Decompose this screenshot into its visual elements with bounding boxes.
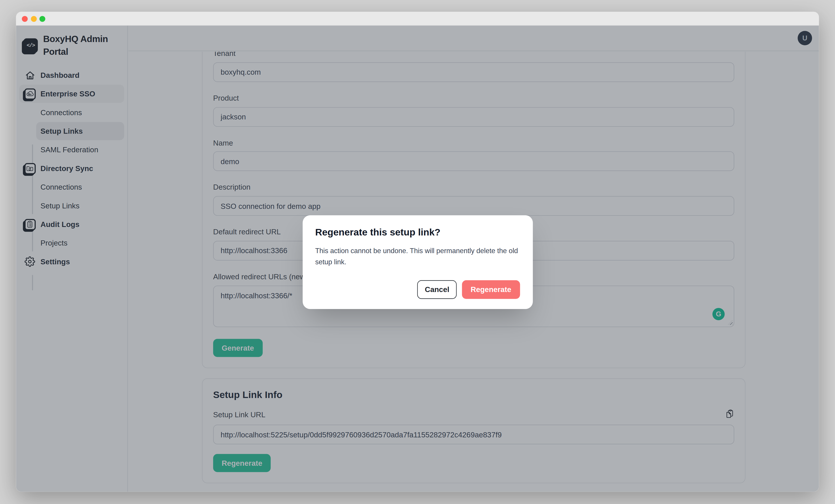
close-window-button[interactable] (22, 16, 28, 21)
window-controls (22, 16, 45, 21)
minimize-window-button[interactable] (30, 16, 37, 21)
dialog-title: Regenerate this setup link? (315, 226, 520, 239)
dialog-actions: Cancel Regenerate (315, 280, 520, 299)
confirm-regenerate-button[interactable]: Regenerate (462, 280, 520, 299)
dialog-message: This action cannot be undone. This will … (315, 245, 520, 267)
regenerate-confirm-dialog: Regenerate this setup link? This action … (302, 215, 532, 309)
browser-window: </> BoxyHQ Admin Portal Dashboard (16, 12, 819, 492)
browser-viewport: </> BoxyHQ Admin Portal Dashboard (16, 25, 819, 492)
zoom-window-button[interactable] (39, 16, 45, 21)
cancel-button[interactable]: Cancel (417, 280, 456, 299)
window-titlebar[interactable] (16, 12, 819, 25)
desktop: </> BoxyHQ Admin Portal Dashboard (0, 0, 835, 504)
